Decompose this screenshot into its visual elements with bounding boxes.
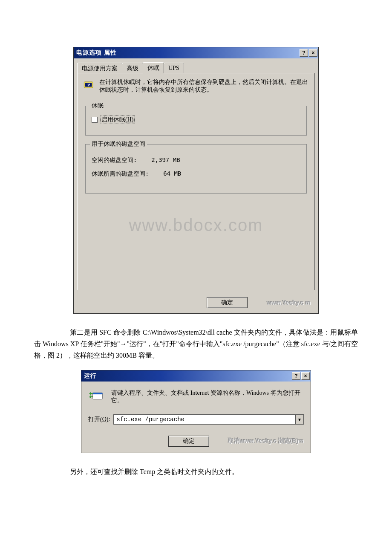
dialog-title: 电源选项 属性 bbox=[76, 49, 117, 57]
power-options-dialog: 电源选项 属性 ? × 电源使用方案 高级 休眠 UPS 在计算机休眠时 bbox=[73, 47, 319, 314]
disk-free-value: 2,397 MB bbox=[151, 156, 180, 163]
disk-free-row: 空闲的磁盘空间: 2,397 MB bbox=[92, 156, 300, 164]
dialog-button-row: 确定 www.Yesky.c m bbox=[74, 294, 318, 313]
run-body: 请键入程序、文件夹、文档或 Internet 资源的名称，Windows 将为您… bbox=[81, 382, 311, 453]
tab-strip: 电源使用方案 高级 休眠 UPS bbox=[74, 58, 318, 73]
open-input[interactable]: sfc.exe /purgecache bbox=[113, 414, 295, 425]
watermark-btn-text: www.Yesky.c m bbox=[267, 299, 311, 306]
cancel-button-watermarked[interactable]: www.Yesky.c m bbox=[267, 299, 311, 306]
run-dialog: 运行 ? × 请键入程序、文件夹、文档或 Internet 资源的名称，Wind… bbox=[81, 370, 311, 454]
disk-free-label: 空闲的磁盘空间: bbox=[92, 156, 137, 163]
run-icon bbox=[88, 389, 104, 402]
open-row: 打开(O): sfc.exe /purgecache ▼ bbox=[88, 414, 304, 425]
disk-need-row: 休眠所需的磁盘空间: 64 MB bbox=[92, 170, 300, 178]
enable-hibernate-checkbox[interactable] bbox=[92, 117, 98, 123]
ok-button[interactable]: 确定 bbox=[207, 297, 248, 308]
open-hotkey: (O) bbox=[100, 416, 108, 422]
tab-ups[interactable]: UPS bbox=[164, 63, 184, 74]
tab-power-scheme[interactable]: 电源使用方案 bbox=[77, 63, 122, 74]
paragraph-1: 第二是用 SFC 命令删除 C:\Windwos\System32\dll ca… bbox=[34, 327, 358, 361]
hibernate-icon bbox=[84, 78, 93, 91]
svg-rect-3 bbox=[88, 83, 89, 84]
hibernate-description: 在计算机休眠时，它将内存中所有信息保存到硬盘上，然后关闭计算机。在退出休眠状态时… bbox=[99, 78, 308, 94]
close-button[interactable]: × bbox=[309, 49, 317, 57]
group-disk-space: 用于休眠的磁盘空间 空闲的磁盘空间: 2,397 MB 休眠所需的磁盘空间: 6… bbox=[85, 144, 307, 194]
open-colon: : bbox=[108, 416, 110, 422]
tab-advanced[interactable]: 高级 bbox=[122, 63, 143, 74]
enable-hibernate-row: 启用休眠(H) bbox=[92, 116, 300, 124]
run-titlebar[interactable]: 运行 ? × bbox=[81, 370, 311, 382]
run-description: 请键入程序、文件夹、文档或 Internet 资源的名称，Windows 将为您… bbox=[111, 389, 304, 405]
run-close-button[interactable]: × bbox=[301, 372, 310, 380]
open-label-text: 打开 bbox=[88, 416, 100, 422]
disk-need-value: 64 MB bbox=[163, 170, 181, 177]
paragraph-1-text: 第二是用 SFC 命令删除 C:\Windwos\System32\dll ca… bbox=[34, 329, 358, 359]
group-hibernate-title: 休眠 bbox=[90, 102, 105, 110]
run-title: 运行 bbox=[84, 372, 97, 380]
help-button[interactable]: ? bbox=[300, 49, 308, 57]
group-disk-title: 用于休眠的磁盘空间 bbox=[90, 140, 147, 148]
disk-need-label: 休眠所需的磁盘空间: bbox=[92, 170, 149, 177]
open-combobox[interactable]: sfc.exe /purgecache ▼ bbox=[113, 414, 304, 425]
titlebar-buttons: ? × bbox=[300, 49, 317, 57]
run-cancel-browse-watermarked[interactable]: 取消www.Yesky.c 浏览(B)m bbox=[228, 437, 304, 445]
open-label: 打开(O): bbox=[88, 416, 110, 423]
enable-hibernate-label[interactable]: 启用休眠(H) bbox=[100, 116, 135, 124]
run-ok-button[interactable]: 确定 bbox=[168, 436, 209, 447]
run-help-button[interactable]: ? bbox=[292, 372, 300, 380]
group-hibernate: 休眠 启用休眠(H) bbox=[85, 106, 307, 136]
run-watermark-btn-text: 取消www.Yesky.c 浏览(B)m bbox=[228, 437, 304, 444]
paragraph-2-text: 另外，还可查找并删除 Temp 之类临时文件夹内的文件。 bbox=[70, 468, 239, 475]
tab-hibernate[interactable]: 休眠 bbox=[143, 62, 164, 73]
run-titlebar-buttons: ? × bbox=[292, 372, 310, 380]
enable-hibernate-hotkey: (H) bbox=[125, 116, 133, 123]
enable-hibernate-text: 启用休眠 bbox=[101, 116, 125, 123]
titlebar[interactable]: 电源选项 属性 ? × bbox=[74, 47, 318, 58]
run-button-row: 确定 取消www.Yesky.c 浏览(B)m bbox=[88, 436, 304, 447]
page-watermark: www.bdocx.com bbox=[129, 215, 263, 234]
paragraph-2: 另外，还可查找并删除 Temp 之类临时文件夹内的文件。 bbox=[34, 466, 358, 477]
svg-rect-5 bbox=[93, 393, 103, 394]
dropdown-arrow-icon[interactable]: ▼ bbox=[295, 414, 304, 425]
tab-panel: 在计算机休眠时，它将内存中所有信息保存到硬盘上，然后关闭计算机。在退出休眠状态时… bbox=[77, 73, 315, 290]
